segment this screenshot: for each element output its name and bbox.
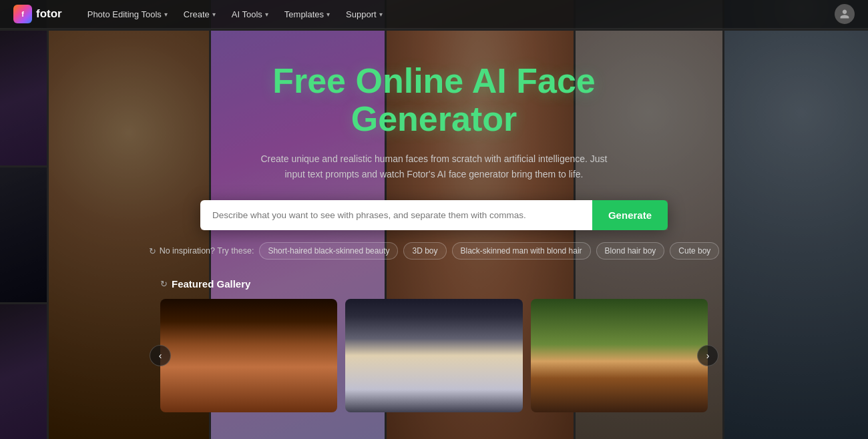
- chip-4[interactable]: Cute boy: [670, 242, 719, 260]
- generate-button[interactable]: Generate: [592, 200, 668, 230]
- chevron-down-icon: ▾: [327, 11, 330, 18]
- nav-item-ai-tools[interactable]: AI Tools ▾: [225, 5, 275, 23]
- nav-item-photo-editing[interactable]: Photo Editing Tools ▾: [81, 5, 174, 23]
- nav-item-templates[interactable]: Templates ▾: [278, 5, 337, 23]
- chevron-down-icon: ▾: [164, 11, 168, 18]
- user-avatar[interactable]: [835, 4, 855, 24]
- gallery-title: Featured Gallery: [172, 278, 250, 290]
- chevron-down-icon: ▾: [265, 11, 268, 18]
- prompt-input[interactable]: [200, 200, 592, 230]
- logo-icon: f: [13, 5, 32, 23]
- gallery-nav-left[interactable]: ‹: [150, 345, 171, 366]
- chevron-down-icon: ▾: [212, 11, 216, 18]
- refresh-icon: ↻: [149, 246, 156, 256]
- prompt-search-bar: Generate: [200, 200, 668, 230]
- suggestions-row: ↻ No inspiration? Try these: Short-haire…: [149, 242, 720, 260]
- user-icon: [839, 9, 850, 19]
- featured-gallery: ↻ Featured Gallery ‹ ›: [160, 278, 708, 412]
- logo[interactable]: f fotor: [13, 5, 62, 23]
- gallery-card-2[interactable]: [345, 299, 522, 412]
- hero-section: Free Online AI Face Generator Create uni…: [0, 29, 868, 439]
- gallery-card-3[interactable]: [531, 299, 708, 412]
- logo-text: fotor: [36, 7, 62, 21]
- chip-2[interactable]: Black-skinned man with blond hair: [452, 242, 591, 260]
- chip-3[interactable]: Blond hair boy: [596, 242, 665, 260]
- suggestion-label: ↻ No inspiration? Try these:: [149, 246, 254, 256]
- nav-item-create[interactable]: Create ▾: [177, 5, 222, 23]
- chip-0[interactable]: Short-haired black-skinned beauty: [259, 242, 398, 260]
- chip-1[interactable]: 3D boy: [403, 242, 446, 260]
- gallery-header: ↻ Featured Gallery: [160, 278, 708, 290]
- nav-item-support[interactable]: Support ▾: [339, 5, 389, 23]
- gallery-row: ‹ ›: [160, 299, 708, 412]
- gallery-nav-right[interactable]: ›: [697, 345, 718, 366]
- gallery-refresh-icon: ↻: [160, 279, 168, 289]
- chevron-down-icon: ▾: [379, 11, 383, 18]
- hero-subtitle: Create unique and realistic human faces …: [260, 151, 608, 181]
- nav-right: [835, 4, 855, 24]
- hero-title: Free Online AI Face Generator: [272, 62, 596, 138]
- gallery-card-1[interactable]: [160, 299, 337, 412]
- main-nav: f fotor Photo Editing Tools ▾ Create ▾ A…: [0, 0, 868, 29]
- nav-items: Photo Editing Tools ▾ Create ▾ AI Tools …: [81, 5, 835, 23]
